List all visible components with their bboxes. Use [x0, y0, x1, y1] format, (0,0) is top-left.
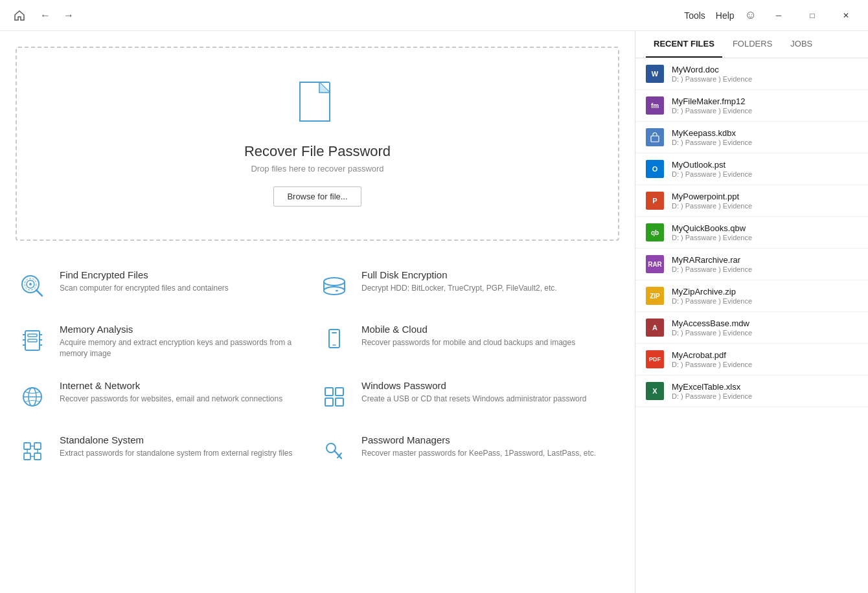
memory-title: Memory Analysis — [60, 324, 307, 335]
minimize-button[interactable]: ─ — [767, 6, 790, 25]
memory-desc: Acquire memory and extract encryption ke… — [60, 337, 307, 359]
feature-windows[interactable]: Windows Password Create a USB or CD that… — [317, 370, 619, 424]
file-path: D: ) Passware ) Evidence — [672, 297, 858, 305]
feature-memory[interactable]: Memory Analysis Acquire memory and extra… — [16, 313, 317, 370]
list-item[interactable]: P MyPowerpoint.ppt D: ) Passware ) Evide… — [635, 185, 868, 217]
feature-standalone[interactable]: Standalone System Extract passwords for … — [16, 424, 317, 478]
network-desc: Recover passwords for websites, email an… — [60, 394, 282, 405]
svg-rect-28 — [336, 388, 343, 396]
svg-point-3 — [29, 283, 32, 285]
tab-recent-files[interactable]: RECENT FILES — [646, 31, 722, 58]
titlebar-right: Tools Help ☺ ─ □ ✕ — [684, 6, 858, 25]
word-icon: W — [646, 65, 664, 83]
file-name: MyWord.doc — [672, 65, 858, 74]
file-info: MyKeepass.kdbx D: ) Passware ) Evidence — [672, 128, 858, 146]
file-info: MyAcrobat.pdf D: ) Passware ) Evidence — [672, 350, 858, 368]
file-name: MyAccessBase.mdw — [672, 319, 858, 328]
tab-folders[interactable]: FOLDERS — [725, 31, 780, 58]
svg-point-11 — [336, 290, 338, 291]
feature-network[interactable]: Internet & Network Recover passwords for… — [16, 370, 317, 424]
file-name: MyRARarchive.rar — [672, 255, 858, 265]
windows-title: Windows Password — [361, 380, 586, 391]
help-menu[interactable]: Help — [716, 10, 735, 21]
list-item[interactable]: O MyOutlook.pst D: ) Passware ) Evidence — [635, 153, 868, 185]
feature-password-managers[interactable]: Password Managers Recover master passwor… — [317, 424, 619, 478]
list-item[interactable]: MyKeepass.kdbx D: ) Passware ) Evidence — [635, 122, 868, 153]
close-button[interactable]: ✕ — [834, 6, 858, 25]
feature-grid: Find Encrypted Files Scan computer for e… — [16, 259, 619, 478]
file-path: D: ) Passware ) Evidence — [672, 265, 858, 273]
file-path: D: ) Passware ) Evidence — [672, 361, 858, 368]
pdf-icon: PDF — [646, 350, 664, 368]
list-item[interactable]: A MyAccessBase.mdw D: ) Passware ) Evide… — [635, 312, 868, 344]
list-item[interactable]: fm MyFileMaker.fmp12 D: ) Passware ) Evi… — [635, 90, 868, 122]
file-path: D: ) Passware ) Evidence — [672, 234, 858, 241]
svg-point-10 — [324, 287, 345, 295]
full-disk-title: Full Disk Encryption — [361, 269, 557, 280]
file-info: MyRARarchive.rar D: ) Passware ) Evidenc… — [672, 255, 858, 273]
file-name: MyPowerpoint.ppt — [672, 192, 858, 201]
file-info: MyZipArchive.zip D: ) Passware ) Evidenc… — [672, 287, 858, 305]
file-path: D: ) Passware ) Evidence — [672, 202, 858, 210]
browse-button[interactable]: Browse for file... — [273, 186, 361, 207]
password-managers-title: Password Managers — [361, 434, 596, 445]
file-path: D: ) Passware ) Evidence — [672, 139, 858, 146]
drop-zone[interactable]: Recover File Password Drop files here to… — [16, 47, 619, 241]
svg-rect-34 — [34, 453, 41, 460]
emoji-button[interactable]: ☺ — [745, 8, 757, 22]
list-item[interactable]: RAR MyRARarchive.rar D: ) Passware ) Evi… — [635, 249, 868, 280]
tools-menu[interactable]: Tools — [684, 10, 705, 21]
file-name: MyExcelTable.xlsx — [672, 382, 858, 392]
list-item[interactable]: ZIP MyZipArchive.zip D: ) Passware ) Evi… — [635, 280, 868, 312]
quickbooks-icon: qb — [646, 223, 664, 241]
tab-jobs[interactable]: JOBS — [782, 31, 820, 58]
left-panel: Recover File Password Drop files here to… — [0, 31, 635, 593]
home-button[interactable] — [10, 6, 29, 25]
keepass-icon — [646, 128, 664, 146]
back-button[interactable]: ← — [36, 6, 54, 25]
mobile-text: Mobile & Cloud Recover passwords for mob… — [361, 324, 575, 348]
forward-button[interactable]: → — [60, 6, 78, 25]
find-encrypted-icon — [16, 269, 49, 303]
list-item[interactable]: X MyExcelTable.xlsx D: ) Passware ) Evid… — [635, 375, 868, 407]
mobile-icon — [317, 324, 351, 357]
memory-text: Memory Analysis Acquire memory and extra… — [60, 324, 307, 359]
svg-rect-23 — [332, 332, 337, 333]
windows-icon — [317, 380, 351, 414]
password-managers-icon — [317, 434, 351, 468]
right-tabs: RECENT FILES FOLDERS JOBS — [635, 31, 868, 58]
right-panel: RECENT FILES FOLDERS JOBS W MyWord.doc D… — [635, 31, 868, 593]
excel-icon: X — [646, 382, 664, 400]
password-managers-text: Password Managers Recover master passwor… — [361, 434, 596, 459]
access-icon: A — [646, 319, 664, 337]
feature-full-disk[interactable]: Full Disk Encryption Decrypt HDD: BitLoc… — [317, 259, 619, 313]
outlook-icon: O — [646, 160, 664, 178]
feature-mobile[interactable]: Mobile & Cloud Recover passwords for mob… — [317, 313, 619, 370]
zip-icon: ZIP — [646, 287, 664, 305]
list-item[interactable]: W MyWord.doc D: ) Passware ) Evidence — [635, 58, 868, 90]
svg-rect-27 — [325, 388, 333, 396]
full-disk-desc: Decrypt HDD: BitLocker, TrueCrypt, PGP, … — [361, 283, 557, 294]
file-info: MyAccessBase.mdw D: ) Passware ) Evidenc… — [672, 319, 858, 337]
svg-rect-31 — [24, 443, 30, 449]
network-title: Internet & Network — [60, 380, 282, 391]
file-name: MyQuickBooks.qbw — [672, 223, 858, 233]
svg-rect-32 — [34, 443, 41, 449]
list-item[interactable]: PDF MyAcrobat.pdf D: ) Passware ) Eviden… — [635, 344, 868, 375]
svg-line-4 — [36, 290, 42, 296]
svg-point-6 — [324, 278, 345, 285]
feature-find-encrypted[interactable]: Find Encrypted Files Scan computer for e… — [16, 259, 317, 313]
list-item[interactable]: qb MyQuickBooks.qbw D: ) Passware ) Evid… — [635, 217, 868, 249]
file-path: D: ) Passware ) Evidence — [672, 392, 858, 400]
file-name: MyKeepass.kdbx — [672, 128, 858, 138]
maximize-button[interactable]: □ — [801, 6, 824, 25]
standalone-icon — [16, 434, 49, 468]
svg-rect-29 — [325, 398, 333, 406]
mobile-desc: Recover passwords for mobile and cloud b… — [361, 337, 575, 348]
full-disk-text: Full Disk Encryption Decrypt HDD: BitLoc… — [361, 269, 557, 294]
file-list: W MyWord.doc D: ) Passware ) Evidence fm… — [635, 58, 868, 593]
svg-rect-30 — [336, 398, 343, 406]
file-info: MyExcelTable.xlsx D: ) Passware ) Eviden… — [672, 382, 858, 400]
mobile-title: Mobile & Cloud — [361, 324, 575, 335]
standalone-title: Standalone System — [60, 434, 292, 445]
